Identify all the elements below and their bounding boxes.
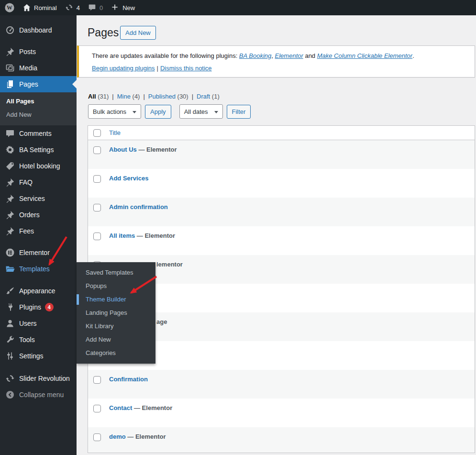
- home-icon: [22, 3, 31, 12]
- page-title-link-confirmation[interactable]: Confirmation: [109, 376, 148, 383]
- sidebar-item-ba-settings[interactable]: BA Settings: [0, 142, 77, 158]
- plugin-link-elementor[interactable]: Elementor: [275, 52, 303, 59]
- flyout-item-categories[interactable]: Categories: [77, 346, 155, 360]
- flyout-item-saved-templates[interactable]: Saved Templates: [77, 266, 155, 279]
- dismiss-notice-link[interactable]: Dismiss this notice: [160, 65, 212, 72]
- submenu-item-all-pages[interactable]: All Pages: [0, 95, 77, 108]
- dashboard-icon: [5, 25, 15, 35]
- flyout-item-landing-pages[interactable]: Landing Pages: [77, 306, 155, 320]
- flyout-item-kit-library[interactable]: Kit Library: [77, 320, 155, 333]
- sidebar-item-tools[interactable]: Tools: [0, 332, 77, 348]
- page-title-link-admin-confirmation[interactable]: Admin confirmation: [109, 203, 168, 211]
- page-title-link-about-us[interactable]: About Us: [109, 146, 137, 153]
- flyout-item-add-new[interactable]: Add New: [77, 333, 155, 346]
- menu-section: ElementorTemplates: [0, 244, 77, 277]
- comments-icon: [88, 3, 97, 12]
- sidebar-item-hotel-booking[interactable]: Hotel booking: [0, 158, 77, 174]
- post-state: — Elementor: [137, 146, 177, 153]
- sidebar-item-label: Dashboard: [19, 26, 52, 34]
- wordpress-logo[interactable]: W: [4, 2, 15, 13]
- sidebar-item-collapse-menu[interactable]: Collapse menu: [0, 387, 77, 403]
- view-filter-published[interactable]: Published: [148, 93, 176, 100]
- row-checkbox[interactable]: [93, 175, 101, 183]
- sidebar-item-fees[interactable]: Fees: [0, 223, 77, 239]
- row-checkbox[interactable]: [93, 433, 101, 441]
- post-state: — Elementor: [135, 232, 175, 239]
- sidebar-item-orders[interactable]: Orders: [0, 207, 77, 223]
- row-checkbox[interactable]: [93, 233, 101, 240]
- page-title-link-contact[interactable]: Contact: [109, 404, 132, 411]
- add-new-button[interactable]: Add New: [120, 26, 156, 40]
- pin-icon: [5, 226, 15, 236]
- filter-button[interactable]: Filter: [227, 105, 251, 119]
- sidebar-item-label: Settings: [19, 352, 44, 360]
- updates-menu[interactable]: 4: [65, 3, 80, 12]
- row-title: demo — Elementor: [109, 433, 166, 440]
- view-filter-draft[interactable]: Draft: [197, 93, 210, 100]
- admin-bar: W Rominal 4 0 New: [0, 0, 476, 15]
- sidebar-item-services[interactable]: Services: [0, 190, 77, 207]
- comments-menu[interactable]: 0: [88, 3, 103, 12]
- sidebar-item-plugins[interactable]: Plugins4: [0, 299, 77, 315]
- view-filter-mine[interactable]: Mine: [117, 93, 131, 100]
- sidebar-item-templates[interactable]: Templates: [0, 261, 77, 277]
- view-count: (1): [210, 93, 220, 100]
- row-title: Contact — Elementor: [109, 404, 172, 411]
- sidebar-item-faq[interactable]: FAQ: [0, 174, 77, 190]
- dates-select[interactable]: All dates: [179, 104, 223, 119]
- sidebar-item-settings[interactable]: Settings: [0, 348, 77, 364]
- update-count-badge: 4: [45, 303, 54, 311]
- page-title-link-demo[interactable]: demo: [109, 433, 126, 440]
- bulk-actions-select[interactable]: Bulk actions: [88, 104, 141, 119]
- sidebar-item-posts[interactable]: Posts: [0, 44, 77, 60]
- tag-icon: [5, 161, 15, 171]
- sidebar-item-appearance[interactable]: Appearance: [0, 283, 77, 299]
- update-notice: There are updates available for the foll…: [77, 45, 475, 78]
- comment-count: 0: [100, 4, 103, 11]
- title-column-header[interactable]: Title: [109, 129, 121, 136]
- sidebar-item-label: Templates: [19, 265, 50, 273]
- notice-period: .: [412, 52, 414, 59]
- sidebar-item-elementor[interactable]: Elementor: [0, 244, 77, 261]
- menu-section: PostsMediaPagesAll PagesAdd NewCommentsB…: [0, 44, 77, 239]
- sidebar-item-comments[interactable]: Comments: [0, 125, 77, 142]
- sidebar-item-slider-revolution[interactable]: Slider Revolution: [0, 370, 77, 387]
- row-checkbox[interactable]: [93, 204, 101, 211]
- sidebar-item-label: Users: [19, 320, 37, 327]
- view-count: (31): [96, 93, 109, 100]
- menu-section: Dashboard: [0, 22, 77, 38]
- begin-updating-plugins-link[interactable]: Begin updating plugins: [92, 65, 155, 72]
- table-row: Admin confirmation: [88, 198, 475, 226]
- view-filter-all[interactable]: All: [88, 93, 96, 100]
- list-view-filters: All (31)|Mine (4)|Published (30)|Draft (…: [88, 93, 220, 100]
- select-all-checkbox[interactable]: [93, 129, 101, 137]
- page-title-link-add-services[interactable]: Add Services: [109, 175, 148, 182]
- sidebar-item-label: Collapse menu: [19, 391, 64, 399]
- sidebar-item-label: BA Settings: [19, 146, 54, 154]
- new-menu[interactable]: New: [111, 3, 135, 12]
- pin-icon: [5, 210, 15, 220]
- pages-submenu: All PagesAdd New: [0, 92, 77, 125]
- update-count: 4: [77, 4, 80, 11]
- apply-button[interactable]: Apply: [145, 105, 171, 119]
- sidebar-item-pages[interactable]: Pages: [0, 76, 77, 92]
- flyout-item-theme-builder[interactable]: Theme Builder: [77, 293, 155, 306]
- page-title-link-all-items[interactable]: All items: [109, 232, 135, 239]
- sidebar-item-dashboard[interactable]: Dashboard: [0, 22, 77, 38]
- row-checkbox[interactable]: [93, 376, 101, 384]
- sidebar-item-media[interactable]: Media: [0, 60, 77, 76]
- submenu-item-add-new[interactable]: Add New: [0, 108, 77, 122]
- plugin-link-make-column-clickable[interactable]: Make Column Clickable Elementor: [317, 52, 412, 59]
- page-title: Pages: [88, 26, 119, 40]
- site-menu[interactable]: Rominal: [22, 3, 57, 12]
- plugin-link-ba-booking[interactable]: BA Booking: [239, 52, 271, 59]
- sidebar-item-label: Pages: [19, 80, 38, 88]
- table-header: Title: [88, 126, 475, 140]
- flyout-item-popups[interactable]: Popups: [77, 279, 155, 293]
- menu-section: Slider RevolutionCollapse menu: [0, 370, 77, 403]
- row-checkbox[interactable]: [93, 405, 101, 412]
- sidebar-item-users[interactable]: Users: [0, 315, 77, 332]
- table-row: demo — Elementor: [88, 427, 475, 453]
- media-icon: [5, 63, 15, 73]
- row-checkbox[interactable]: [93, 146, 101, 154]
